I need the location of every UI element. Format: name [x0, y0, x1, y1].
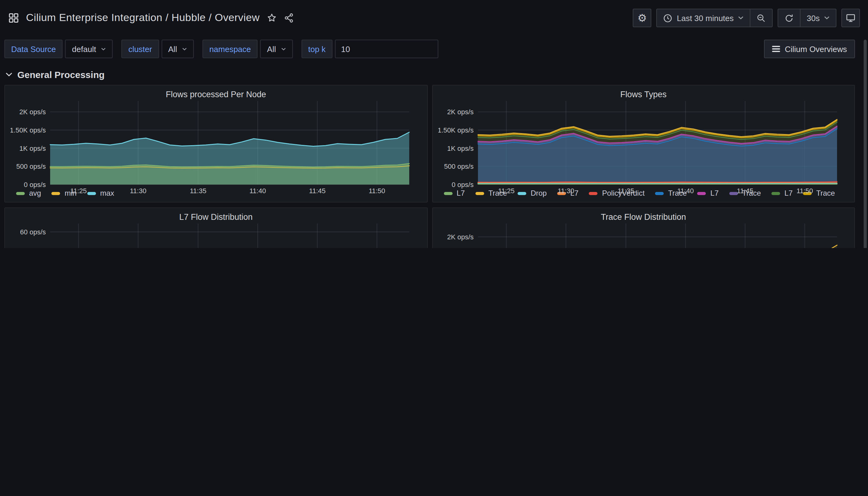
zoom-out-button[interactable] — [751, 9, 772, 27]
svg-text:11:45: 11:45 — [309, 187, 325, 195]
clock-icon — [663, 13, 673, 22]
grafana-dashboard: Cilium Enterprise Integration / Hubble /… — [0, 0, 868, 248]
scrollbar-thumb[interactable] — [864, 40, 867, 248]
refresh-icon — [785, 13, 794, 22]
time-range-button[interactable]: Last 30 minutes — [657, 9, 750, 27]
svg-text:500 ops/s: 500 ops/s — [16, 162, 46, 170]
refresh-interval-button[interactable]: 30s — [801, 9, 836, 27]
hamburger-icon — [772, 46, 780, 52]
panel-title[interactable]: L7 Flow Distribution — [11, 211, 421, 223]
gear-icon: ⚙ — [637, 13, 647, 23]
chevron-down-icon — [101, 47, 106, 50]
panel-trace-flow-distribution: Trace Flow Distribution 11:2511:3011:351… — [432, 207, 855, 248]
svg-text:11:30: 11:30 — [130, 187, 146, 195]
page-title: Cilium Enterprise Integration / Hubble /… — [26, 12, 260, 24]
data-source-dropdown[interactable]: default — [65, 40, 113, 58]
svg-text:11:40: 11:40 — [250, 187, 266, 195]
top-k-input[interactable]: 10 — [335, 40, 438, 58]
svg-text:11:35: 11:35 — [617, 187, 634, 195]
panel-flows-processed-per-node: Flows processed Per Node 11:2511:3011:35… — [4, 85, 427, 202]
svg-text:1.50K ops/s: 1.50K ops/s — [438, 126, 473, 134]
panel-l7-flow-distribution: L7 Flow Distribution 11:2511:3011:3511:4… — [4, 207, 427, 248]
cilium-overviews-button[interactable]: Cilium Overviews — [764, 40, 855, 58]
refresh-interval-label: 30s — [807, 13, 820, 22]
panel-title[interactable]: Trace Flow Distribution — [438, 211, 849, 223]
section-title: General Processing — [17, 69, 105, 80]
svg-text:2K ops/s: 2K ops/s — [447, 108, 473, 116]
dashboard-body: General Processing Flows processed Per N… — [0, 64, 868, 248]
time-series-plot[interactable]: 11:2511:3011:3511:4011:4511:502K ops/s1.… — [438, 101, 849, 187]
svg-text:11:40: 11:40 — [677, 187, 693, 195]
variable-label: Data Source — [4, 40, 63, 58]
svg-text:2K ops/s: 2K ops/s — [19, 108, 46, 116]
cluster-dropdown[interactable]: All — [161, 40, 194, 58]
svg-text:11:35: 11:35 — [190, 187, 206, 195]
svg-text:500 ops/s: 500 ops/s — [444, 162, 473, 170]
svg-text:1K ops/s: 1K ops/s — [447, 144, 473, 152]
dashboard-header: Cilium Enterprise Integration / Hubble /… — [0, 0, 868, 36]
svg-text:11:50: 11:50 — [369, 187, 385, 195]
variable-top-k: top k 10 — [301, 40, 438, 58]
time-series-plot[interactable]: 11:2511:3011:3511:4011:4511:502K ops/s1.… — [11, 101, 421, 187]
refresh-picker: 30s — [778, 9, 836, 27]
variable-label: top k — [301, 40, 332, 58]
variable-label: namespace — [203, 40, 257, 58]
svg-text:60 ops/s: 60 ops/s — [20, 228, 46, 236]
svg-text:1.50K ops/s: 1.50K ops/s — [11, 126, 46, 134]
namespace-dropdown[interactable]: All — [261, 40, 293, 58]
variable-namespace: namespace All — [203, 40, 293, 58]
kiosk-mode-button[interactable] — [841, 9, 860, 27]
share-icon[interactable] — [284, 13, 295, 23]
variable-data-source: Data Source default — [4, 40, 113, 58]
panel-title[interactable]: Flows processed Per Node — [11, 89, 421, 101]
time-series-plot[interactable]: 11:2511:3011:3511:4011:4511:502K ops/s1.… — [438, 223, 849, 248]
panel-flows-types: Flows Types 11:2511:3011:3511:4011:4511:… — [432, 85, 855, 202]
svg-text:11:30: 11:30 — [557, 187, 573, 195]
panel-title[interactable]: Flows Types — [438, 89, 849, 101]
chevron-down-icon — [824, 16, 830, 20]
dashboard-settings-button[interactable]: ⚙ — [633, 9, 652, 27]
chevron-down-icon — [738, 16, 744, 20]
monitor-icon — [846, 13, 856, 23]
time-range-label: Last 30 minutes — [677, 13, 734, 22]
apps-grid-icon[interactable] — [9, 13, 19, 23]
zoom-out-icon — [757, 13, 766, 22]
variables-bar: Data Source default cluster All namespac… — [4, 40, 855, 58]
section-general-processing[interactable]: General Processing — [4, 64, 855, 85]
chevron-down-icon — [182, 47, 187, 50]
variable-cluster: cluster All — [122, 40, 194, 58]
svg-text:0 ops/s: 0 ops/s — [451, 181, 473, 188]
svg-text:11:25: 11:25 — [70, 187, 87, 195]
refresh-button[interactable] — [778, 9, 800, 27]
svg-text:11:25: 11:25 — [498, 187, 514, 195]
variable-label: cluster — [122, 40, 159, 58]
svg-text:11:45: 11:45 — [737, 187, 753, 195]
time-range-picker: Last 30 minutes — [657, 9, 773, 27]
time-series-plot[interactable]: 11:2511:3011:3511:4011:4511:5060 ops/s40… — [11, 223, 421, 248]
svg-text:1K ops/s: 1K ops/s — [19, 144, 46, 152]
chevron-down-icon — [5, 73, 12, 77]
svg-text:2K ops/s: 2K ops/s — [447, 233, 473, 241]
svg-text:0 ops/s: 0 ops/s — [24, 181, 46, 188]
chevron-down-icon — [281, 47, 286, 50]
star-icon[interactable] — [267, 13, 277, 23]
svg-text:11:50: 11:50 — [796, 187, 812, 195]
